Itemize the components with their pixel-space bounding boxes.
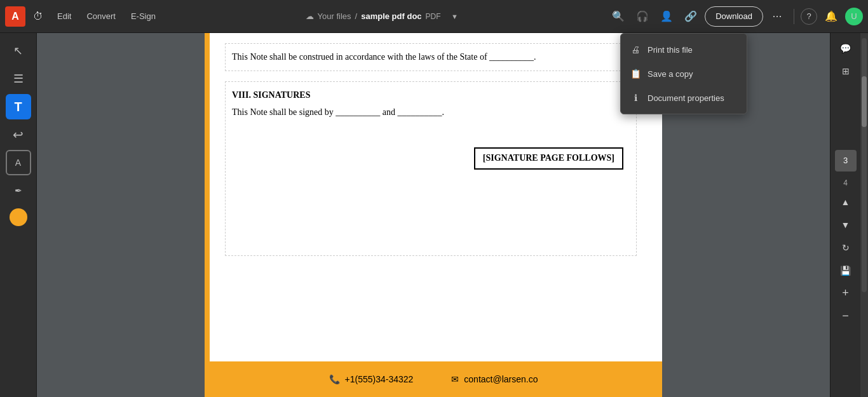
app-logo: A bbox=[5, 6, 25, 27]
select-text-tool[interactable]: A bbox=[6, 150, 31, 175]
nav-up-button[interactable]: ▲ bbox=[836, 192, 856, 212]
pdf-email: contact@larsen.co bbox=[464, 374, 538, 384]
zoom-out-button[interactable]: − bbox=[836, 306, 856, 326]
audio-button[interactable]: 🎧 bbox=[632, 6, 653, 27]
help-button[interactable]: ? bbox=[801, 8, 817, 25]
breadcrumb: ☁ Your files / sample pdf doc PDF ▼ bbox=[165, 6, 606, 27]
pdf-content: This Note shall be construed in accordan… bbox=[205, 33, 662, 276]
page-nav: 3 4 ▲ ▼ ↻ 💾 + − bbox=[835, 84, 857, 392]
pdf-signature-box: [SIGNATURE PAGE FOLLOWS] bbox=[474, 147, 623, 169]
dropdown-save-copy-label: Save a copy bbox=[648, 69, 693, 79]
history-button[interactable]: ⏱ bbox=[28, 6, 48, 27]
hand-tool[interactable]: ☰ bbox=[6, 66, 31, 91]
pdf-footer: 📞 +1(555)34-34322 ✉ contact@larsen.co bbox=[205, 361, 662, 397]
pdf-paragraph1-box: This Note shall be construed in accordan… bbox=[225, 43, 637, 71]
pdf-section-title: VIII. SIGNATURES bbox=[232, 88, 623, 102]
grid-button[interactable]: ⊞ bbox=[836, 61, 856, 81]
dropdown-print-label: Print this file bbox=[648, 45, 693, 55]
more-button[interactable]: ··· bbox=[767, 6, 787, 27]
scrollbar-track bbox=[862, 38, 867, 292]
breadcrumb-filetype: PDF bbox=[426, 12, 441, 21]
zoom-in-button[interactable]: + bbox=[836, 283, 856, 304]
refresh-button[interactable]: ↻ bbox=[836, 238, 856, 258]
doc-props-icon: ℹ bbox=[630, 92, 641, 104]
edit-menu[interactable]: Edit bbox=[51, 6, 78, 27]
convert-menu[interactable]: Convert bbox=[80, 6, 122, 27]
notification-button[interactable]: 🔔 bbox=[821, 6, 841, 27]
search-button[interactable]: 🔍 bbox=[608, 6, 628, 27]
print-icon: 🖨 bbox=[630, 44, 641, 55]
undo-tool[interactable]: ↩ bbox=[6, 122, 31, 147]
scrollbar-thumb[interactable] bbox=[862, 76, 867, 127]
right-sidebar: 💬 ⊞ 3 4 ▲ ▼ ↻ 💾 + − bbox=[830, 33, 860, 397]
pdf-paragraph1: This Note shall be construed in accordan… bbox=[232, 50, 623, 64]
toolbar: A ⏱ Edit Convert E-Sign ☁ Your files / s… bbox=[0, 0, 868, 33]
download-button[interactable]: Download bbox=[705, 6, 763, 27]
dropdown-item-doc-props[interactable]: ℹ Document properties bbox=[621, 86, 747, 110]
pdf-left-border bbox=[205, 33, 210, 397]
pdf-page: This Note shall be construed in accordan… bbox=[205, 33, 662, 397]
breadcrumb-prefix: Your files bbox=[318, 11, 351, 21]
next-page-badge: 4 bbox=[835, 177, 857, 189]
pdf-paragraph2: This Note shall be signed by __________ … bbox=[232, 105, 623, 119]
select-tool[interactable]: ↖ bbox=[6, 38, 31, 64]
save-copy-icon: 📋 bbox=[630, 68, 641, 79]
toolbar-divider bbox=[794, 9, 794, 24]
email-icon: ✉ bbox=[451, 374, 459, 384]
user-avatar[interactable]: U bbox=[845, 8, 863, 25]
left-sidebar: ↖ ☰ T ↩ A ✒ bbox=[0, 33, 37, 397]
breadcrumb-separator: / bbox=[355, 11, 358, 21]
cloud-icon: ☁ bbox=[306, 11, 314, 21]
account-button[interactable]: 👤 bbox=[656, 6, 677, 27]
color-picker[interactable] bbox=[10, 208, 27, 226]
pdf-phone: +1(555)34-34322 bbox=[345, 374, 414, 384]
draw-tool[interactable]: ✒ bbox=[6, 178, 31, 203]
toolbar-right: 🔍 🎧 👤 🔗 Download ··· ? 🔔 U bbox=[608, 6, 863, 27]
link-button[interactable]: 🔗 bbox=[681, 6, 701, 27]
comment-button[interactable]: 💬 bbox=[836, 38, 856, 58]
dropdown-menu: 🖨 Print this file 📋 Save a copy ℹ Docume… bbox=[620, 33, 747, 114]
dropdown-doc-props-label: Document properties bbox=[648, 93, 724, 103]
pdf-footer-phone: 📞 +1(555)34-34322 bbox=[329, 374, 414, 384]
save-view-button[interactable]: 💾 bbox=[836, 260, 856, 281]
text-tool[interactable]: T bbox=[6, 94, 31, 119]
phone-icon: 📞 bbox=[329, 374, 340, 384]
nav-down-button[interactable]: ▼ bbox=[836, 215, 856, 235]
dropdown-item-save-copy[interactable]: 📋 Save a copy bbox=[621, 62, 747, 86]
breadcrumb-filename: sample pdf doc bbox=[361, 11, 421, 21]
esign-menu[interactable]: E-Sign bbox=[125, 6, 162, 27]
current-page-badge: 3 bbox=[835, 150, 857, 172]
pdf-footer-email: ✉ contact@larsen.co bbox=[451, 374, 538, 384]
dropdown-item-print[interactable]: 🖨 Print this file bbox=[621, 37, 747, 62]
scrollbar[interactable] bbox=[860, 33, 868, 397]
breadcrumb-dropdown[interactable]: ▼ bbox=[445, 6, 465, 27]
pdf-signatures-box: VIII. SIGNATURES This Note shall be sign… bbox=[225, 81, 637, 256]
